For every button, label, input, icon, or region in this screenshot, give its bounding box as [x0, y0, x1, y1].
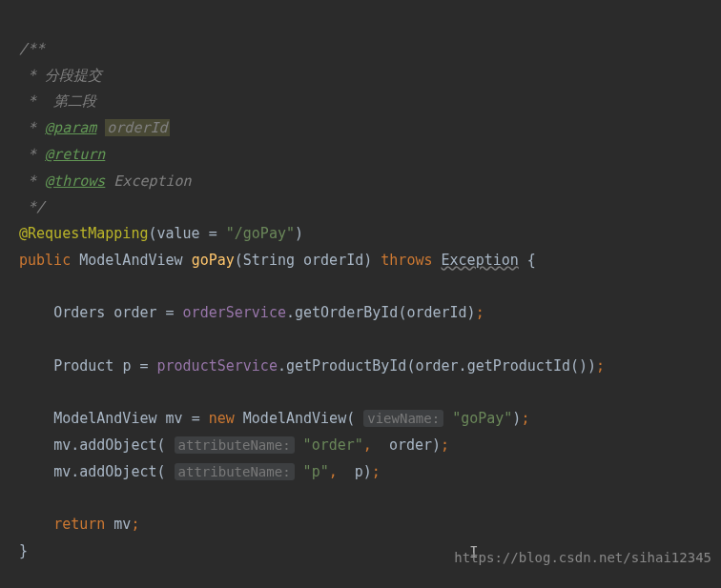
param-key: value	[157, 225, 209, 242]
indent	[19, 357, 53, 375]
paren: )	[363, 463, 372, 480]
dot: .	[278, 357, 286, 375]
comma: ,	[363, 436, 389, 454]
dot: .	[286, 304, 295, 321]
paren: (	[157, 463, 175, 480]
paren: )	[363, 252, 381, 269]
comment-line: *	[19, 119, 45, 136]
param-hint: attributeName:	[175, 436, 295, 454]
comment-line: *	[19, 67, 45, 84]
comment-line: *	[19, 146, 45, 163]
code-editor[interactable]: /** * 分段提交 * 第二段 * @param orderId * @ret…	[19, 10, 702, 565]
variable-ref: order	[415, 357, 458, 375]
service-ref: orderService	[183, 304, 286, 321]
method-call: getOrderById	[295, 304, 398, 321]
equals: =	[192, 410, 209, 427]
method-call: getProductId	[467, 357, 570, 375]
string-literal: "order"	[303, 436, 363, 454]
param-name: orderId	[105, 119, 169, 136]
throws-tag: @throws	[45, 172, 105, 190]
semicolon: ;	[441, 436, 449, 454]
param-type: String	[243, 252, 303, 269]
variable-ref: order	[389, 436, 432, 454]
dot: .	[459, 357, 467, 375]
variable-ref: p	[355, 463, 363, 480]
brace-close: }	[19, 542, 28, 559]
variable-ref: mv	[113, 516, 131, 533]
indent	[19, 304, 53, 321]
paren: (	[157, 436, 175, 454]
variable-ref: mv	[53, 463, 71, 480]
string-literal: "goPay"	[452, 410, 512, 427]
comment-line: *	[19, 92, 53, 110]
paren: (	[346, 410, 363, 427]
comma: ,	[329, 463, 355, 480]
keyword-public: public	[19, 252, 79, 269]
semicolon: ;	[521, 410, 529, 427]
space	[295, 436, 303, 454]
exception-type: Exception	[442, 252, 519, 269]
paren: )	[432, 436, 441, 454]
indent	[19, 463, 53, 480]
paren: (	[148, 225, 156, 242]
method-call: addObject	[79, 436, 156, 454]
paren: )	[295, 225, 303, 242]
keyword-throws: throws	[381, 252, 441, 269]
annotation: @RequestMapping	[19, 225, 148, 242]
param-hint: attributeName:	[175, 463, 295, 480]
equals: =	[166, 304, 183, 321]
throws-exception: Exception	[105, 172, 191, 190]
string-literal: "/goPay"	[226, 225, 295, 242]
semicolon: ;	[476, 304, 484, 321]
param-name: orderId	[303, 252, 363, 269]
class-name: ModelAndView	[243, 410, 346, 427]
indent	[19, 410, 53, 427]
semicolon: ;	[372, 463, 381, 480]
variable: mv	[166, 410, 192, 427]
type: Orders	[53, 304, 113, 321]
method-call: addObject	[79, 463, 156, 480]
paren: ())	[570, 357, 596, 375]
method-call: getProductById	[286, 357, 406, 375]
comment-line: *	[19, 172, 45, 190]
watermark-text: https://blog.csdn.net/sihai12345	[454, 546, 711, 571]
paren: (	[235, 252, 243, 269]
variable: order	[113, 304, 165, 321]
return-tag: @return	[45, 146, 105, 163]
indent	[19, 516, 53, 533]
call-args: (orderId)	[398, 304, 475, 321]
type: ModelAndView	[53, 410, 165, 427]
variable-ref: mv	[53, 436, 71, 454]
service-ref: productService	[157, 357, 278, 375]
comment-line: */	[19, 198, 45, 215]
semicolon: ;	[596, 357, 605, 375]
equals: =	[209, 225, 226, 242]
space	[295, 463, 303, 480]
brace: {	[519, 252, 536, 269]
keyword-return: return	[53, 516, 113, 533]
space	[443, 410, 452, 427]
comment-text: 第二段	[53, 92, 96, 110]
equals: =	[139, 357, 156, 375]
dot: .	[71, 436, 79, 454]
string-literal: "p"	[303, 463, 329, 480]
semicolon: ;	[131, 516, 139, 533]
type: Product	[53, 357, 122, 375]
dot: .	[71, 463, 79, 480]
return-type: ModelAndView	[79, 252, 191, 269]
comment-line: /**	[19, 40, 45, 57]
comment-text: 分段提交	[45, 67, 102, 84]
param-tag: @param	[45, 119, 96, 136]
keyword-new: new	[209, 410, 243, 427]
variable: p	[122, 357, 139, 375]
param-hint: viewName:	[363, 410, 443, 427]
method-name: goPay	[192, 252, 235, 269]
indent	[19, 436, 53, 454]
